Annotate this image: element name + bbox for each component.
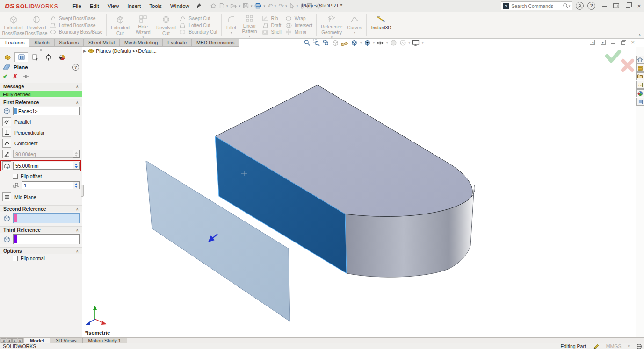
boundary-cut-button[interactable]: Boundary Cut xyxy=(179,28,217,36)
second-reference-collapse-chevron[interactable]: ∧ xyxy=(76,207,79,211)
restore-button[interactable] xyxy=(626,4,630,8)
panel-collapse-handle[interactable] xyxy=(0,47,82,52)
second-reference-section-header[interactable]: Second Reference∧ xyxy=(0,205,82,212)
draft-button[interactable]: Draft xyxy=(262,22,282,29)
view-settings-caret[interactable]: ▾ xyxy=(422,41,424,45)
reference-geometry-button[interactable]: Reference Geometry ▾ xyxy=(318,13,345,37)
displaymanager-tab[interactable] xyxy=(55,52,69,62)
mid-plane-icon[interactable] xyxy=(2,192,11,201)
login-icon[interactable] xyxy=(576,2,584,10)
units-caret[interactable]: ▾ xyxy=(628,344,630,348)
undo-caret[interactable]: ▾ xyxy=(275,4,276,8)
mid-plane-option[interactable]: Mid Plane xyxy=(0,192,82,202)
keep-visible-pin-icon[interactable] xyxy=(22,74,29,79)
extruded-boss-base-button[interactable]: Extruded Boss/Base xyxy=(2,13,25,37)
redo-icon[interactable]: ↷ xyxy=(277,2,285,10)
first-reference-selection-box[interactable]: Face<1> xyxy=(13,107,80,115)
design-library-icon[interactable] xyxy=(636,64,644,72)
edit-appearance-icon[interactable] xyxy=(390,39,398,46)
offset-distance-field[interactable]: 55.000mm xyxy=(13,162,73,170)
flip-offset-row[interactable]: Flip offset xyxy=(0,172,82,180)
curves-caret[interactable]: ▾ xyxy=(354,31,355,35)
open-caret[interactable]: ▾ xyxy=(239,4,240,8)
lofted-boss-base-button[interactable]: Lofted Boss/Base xyxy=(50,22,102,29)
last-tab-icon[interactable]: ▶ xyxy=(18,338,23,343)
curves-button[interactable]: Curves ▾ xyxy=(345,13,364,37)
zoom-to-area-icon[interactable] xyxy=(312,39,320,46)
view-orientation-icon[interactable] xyxy=(350,39,358,46)
angle-field[interactable]: 90.00deg xyxy=(13,150,73,158)
third-reference-selection-box[interactable] xyxy=(13,234,80,244)
swept-boss-base-button[interactable]: Swept Boss/Base xyxy=(50,15,102,22)
document-minimize-icon[interactable] xyxy=(611,43,615,44)
flip-offset-checkbox[interactable] xyxy=(13,174,18,179)
redo-caret[interactable]: ▾ xyxy=(285,4,287,8)
options-collapse-chevron[interactable]: ∧ xyxy=(76,249,79,253)
print-caret[interactable]: ▾ xyxy=(263,4,265,8)
angle-icon[interactable] xyxy=(2,150,11,158)
previous-document-icon[interactable]: ◀ xyxy=(590,40,595,45)
model-tab[interactable]: Model xyxy=(24,338,50,343)
search-input[interactable] xyxy=(511,3,562,9)
globe-tag-icon[interactable] xyxy=(636,343,642,349)
fillet-button[interactable]: Fillet ▾ xyxy=(224,13,239,37)
flip-normal-row[interactable]: Flip normal xyxy=(0,254,82,263)
extruded-cut-button[interactable]: Extruded Cut xyxy=(109,13,131,37)
measure-icon[interactable] xyxy=(340,39,349,46)
new-document-caret[interactable]: ▾ xyxy=(226,4,228,8)
3d-views-tab[interactable]: 3D Views xyxy=(50,338,82,343)
previous-view-icon[interactable] xyxy=(322,39,330,46)
select-icon[interactable] xyxy=(288,2,296,10)
revolved-boss-base-button[interactable]: Revolved Boss/Base xyxy=(25,13,48,37)
home-icon[interactable] xyxy=(209,2,218,10)
edit-sketch-icon[interactable] xyxy=(593,343,600,349)
hide-show-items-icon[interactable] xyxy=(376,40,384,46)
zoom-to-fit-icon[interactable] xyxy=(303,39,311,46)
flip-normal-checkbox[interactable] xyxy=(13,256,18,261)
solidworks-resources-icon[interactable] xyxy=(636,56,644,64)
units-label[interactable]: MMGS xyxy=(606,343,622,349)
search-caret[interactable]: ▾ xyxy=(569,4,571,8)
parallel-icon[interactable] xyxy=(2,117,11,126)
third-reference-collapse-chevron[interactable]: ∧ xyxy=(76,228,79,232)
search-commands-box[interactable]: > ▾ xyxy=(501,1,572,10)
print-icon[interactable] xyxy=(253,2,263,10)
confirmation-corner-cancel-icon[interactable] xyxy=(623,61,632,70)
view-settings-icon[interactable] xyxy=(412,40,420,46)
revolved-cut-button[interactable]: Revolved Cut xyxy=(154,13,177,37)
parallel-option[interactable]: Parallel xyxy=(0,116,82,127)
perpendicular-option[interactable]: Perpendicular xyxy=(0,127,82,138)
offset-distance-icon[interactable]: D xyxy=(2,161,11,170)
file-explorer-icon[interactable] xyxy=(636,72,644,80)
appearances-scenes-icon[interactable] xyxy=(636,89,644,97)
graphics-area[interactable]: ▶ Planes (Default) <<Defaul... xyxy=(82,47,636,337)
pin-menu-icon[interactable] xyxy=(196,3,202,9)
save-icon[interactable] xyxy=(241,2,250,10)
menu-file[interactable]: File xyxy=(68,1,86,11)
cancel-button[interactable]: ✗ xyxy=(13,73,18,80)
next-document-icon[interactable]: ▶ xyxy=(601,40,606,45)
document-restore-icon[interactable] xyxy=(621,41,625,45)
wrap-button[interactable]: Wrap xyxy=(285,15,312,22)
apply-scene-icon[interactable] xyxy=(399,39,407,46)
menu-insert[interactable]: Insert xyxy=(123,1,145,11)
mirror-button[interactable]: Mirror xyxy=(285,28,312,36)
message-collapse-chevron[interactable]: ∧ xyxy=(76,85,79,89)
menu-window[interactable]: Window xyxy=(166,1,194,11)
coincident-option[interactable]: Coincident xyxy=(0,138,82,149)
plane-count-spinner[interactable] xyxy=(73,181,80,189)
first-reference-collapse-chevron[interactable]: ∧ xyxy=(76,100,79,105)
motion-study-tab[interactable]: Motion Study 1 xyxy=(83,338,127,343)
instant3d-button[interactable]: Instant3D xyxy=(369,13,394,37)
tab-evaluate[interactable]: Evaluate xyxy=(163,39,192,47)
display-style-caret[interactable]: ▾ xyxy=(373,41,375,45)
first-tab-icon[interactable]: ◀ xyxy=(1,338,6,343)
tab-mesh-modeling[interactable]: Mesh Modeling xyxy=(120,39,163,47)
tab-surfaces[interactable]: Surfaces xyxy=(55,39,84,47)
tab-sheet-metal[interactable]: Sheet Metal xyxy=(84,39,120,47)
display-style-icon[interactable] xyxy=(363,39,371,46)
tab-features[interactable]: Features xyxy=(0,39,29,47)
previous-tab-icon[interactable]: ◀ xyxy=(7,338,12,343)
new-document-icon[interactable] xyxy=(218,2,226,10)
confirmation-corner-ok-icon[interactable] xyxy=(607,52,619,61)
